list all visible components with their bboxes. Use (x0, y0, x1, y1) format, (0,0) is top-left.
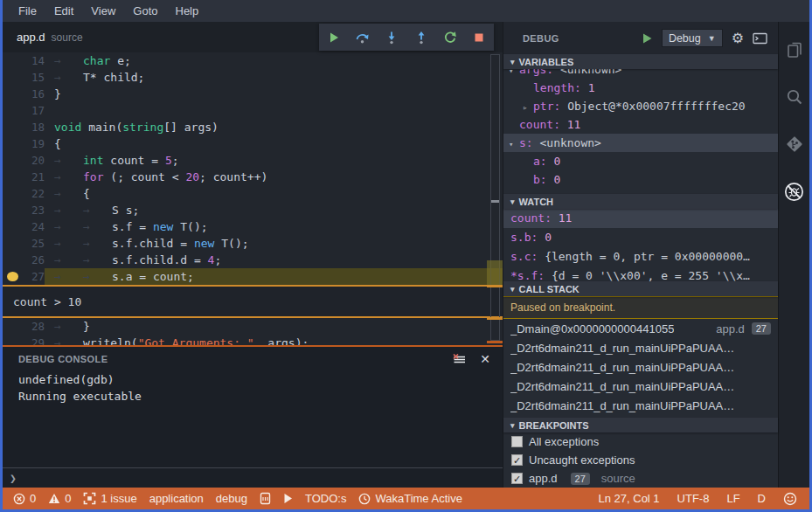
start-debug-icon[interactable] (642, 32, 653, 45)
status-item[interactable] (783, 492, 797, 506)
code-line-26[interactable]: 26→→s.f.child.d = 4; (3, 252, 503, 268)
code-line-22[interactable]: 22→{ (3, 185, 503, 202)
code-line-29[interactable]: 29→writeln("Got Arguments: ", args); (3, 335, 503, 345)
step-over-button[interactable] (353, 28, 372, 47)
menu-item-view[interactable]: View (82, 2, 124, 20)
activity-bar-source-control[interactable] (782, 132, 807, 156)
status-item-application[interactable]: application (149, 492, 204, 505)
breakpoint-gutter[interactable] (3, 86, 22, 102)
close-icon[interactable]: ✕ (480, 352, 490, 366)
breakpoint-gutter[interactable] (3, 102, 22, 119)
breakpoint-gutter[interactable] (3, 135, 22, 152)
call-stack-frame[interactable]: _D2rt6dmain211_d_run_mainUiPPaPUAA… (503, 396, 778, 415)
breakpoint-gutter[interactable] (3, 119, 22, 135)
checkbox[interactable] (511, 436, 523, 447)
clear-console-icon[interactable] (453, 354, 466, 365)
activity-bar-explorer[interactable] (782, 38, 807, 62)
breakpoint-row[interactable]: All exceptions (503, 432, 778, 451)
status-item-wakatime-active[interactable]: WakaTime Active (358, 492, 462, 505)
restart-button[interactable] (441, 28, 460, 47)
activity-bar-search[interactable] (782, 85, 807, 109)
status-item-utf-8[interactable]: UTF-8 (677, 492, 710, 505)
status-item[interactable] (260, 492, 271, 505)
watch-row[interactable]: count: 11 (503, 209, 778, 228)
variable-row[interactable]: length: 1 (503, 79, 778, 97)
breakpoint-gutter[interactable] (3, 318, 22, 335)
status-item-todo-s[interactable]: TODO:s (305, 492, 346, 505)
overview-ruler[interactable] (487, 52, 503, 345)
variable-row[interactable]: count: 11 (503, 115, 778, 134)
tab-app-d[interactable]: app.d source (3, 22, 97, 52)
variable-row[interactable]: ▹ptr: Object@*0x00007fffffffec20 (503, 97, 778, 115)
variable-row[interactable]: b: 0 (503, 170, 778, 189)
status-item-lf[interactable]: LF (726, 492, 739, 505)
activity-bar-debug[interactable] (782, 179, 807, 204)
code-text: →} (45, 318, 503, 335)
breakpoint-condition-widget[interactable]: count > 10 (3, 285, 503, 318)
code-line-20[interactable]: 20→int count = 5; (3, 152, 503, 169)
call-stack-frame[interactable]: _D2rt6dmain211_d_run_mainUiPPaPUAA… (503, 357, 778, 377)
status-item-d[interactable]: D (758, 492, 766, 505)
code-line-18[interactable]: 18void main(string[] args) (3, 119, 503, 135)
code-line-24[interactable]: 24→→s.f = new T(); (3, 218, 503, 235)
breakpoint-gutter[interactable] (3, 152, 22, 169)
status-item-0[interactable]: 0 (48, 492, 71, 505)
breakpoint-gutter[interactable] (3, 218, 22, 235)
code-line-17[interactable]: 17 (3, 102, 503, 119)
breakpoint-row[interactable]: ✓Uncaught exceptions (503, 451, 778, 469)
breakpoint-gutter[interactable] (3, 335, 22, 345)
code-line-21[interactable]: 21→for (; count < 20; count++) (3, 169, 503, 185)
menu-item-help[interactable]: Help (167, 2, 208, 20)
code-line-28[interactable]: 28→} (3, 318, 503, 335)
watch-row[interactable]: s.c: {length = 0, ptr = 0x00000000… (503, 247, 778, 266)
checkbox[interactable]: ✓ (511, 454, 523, 466)
call-stack-frame[interactable]: _Dmain@0x0000000000441055app.d27 (503, 319, 778, 338)
code-line-25[interactable]: 25→→s.f.child = new T(); (3, 235, 503, 252)
breakpoint-gutter[interactable] (3, 252, 22, 268)
variables-section-header[interactable]: ▾ VARIABLES (503, 54, 778, 69)
call-stack-frame[interactable]: _D2rt6dmain211_d_run_mainUiPPaPUAA… (503, 338, 778, 357)
code-line-16[interactable]: 16} (3, 86, 503, 102)
breakpoint-gutter[interactable] (3, 235, 22, 252)
breakpoint-gutter[interactable] (3, 69, 22, 86)
menu-item-edit[interactable]: Edit (45, 2, 82, 20)
menu-item-goto[interactable]: Goto (124, 2, 166, 20)
status-item-0[interactable]: 0 (13, 492, 36, 505)
debug-console-toggle-icon[interactable] (753, 32, 767, 45)
breakpoints-section-header[interactable]: ▾ BREAKPOINTS (503, 418, 778, 432)
call-stack-frame[interactable]: _D2rt6dmain211_d_run_mainUiPPaPUAA… (503, 377, 778, 396)
step-out-button[interactable] (412, 28, 431, 47)
breakpoint-row[interactable]: ✓app.d27source (503, 469, 778, 488)
code-editor[interactable]: 14→char e;15→T* child;16}1718void main(s… (3, 52, 503, 345)
call-stack-section-header[interactable]: ▾ CALL STACK (503, 281, 778, 296)
breakpoint-dot[interactable] (3, 268, 22, 285)
breakpoint-gutter[interactable] (3, 169, 22, 185)
step-into-button[interactable] (382, 28, 401, 47)
code-line-19[interactable]: 19{ (3, 135, 503, 152)
checkbox[interactable]: ✓ (511, 473, 523, 484)
menu-item-file[interactable]: File (10, 2, 45, 20)
gear-icon[interactable]: ⚙ (732, 30, 744, 46)
breakpoint-gutter[interactable] (3, 202, 22, 218)
debug-console-input[interactable]: ❯ (3, 467, 503, 488)
variable-row[interactable]: a: 0 (503, 152, 778, 170)
code-line-27[interactable]: 27→→s.a = count; (3, 268, 503, 285)
breakpoint-gutter[interactable] (3, 185, 22, 202)
watch-section-header[interactable]: ▾ WATCH (503, 194, 778, 209)
code-line-14[interactable]: 14→char e; (3, 52, 503, 69)
status-item-1-issue[interactable]: 1 issue (83, 492, 136, 505)
status-item-debug[interactable]: debug (216, 492, 247, 505)
status-item-ln-27-col-1[interactable]: Ln 27, Col 1 (598, 492, 659, 505)
breakpoint-gutter[interactable] (3, 52, 22, 69)
variable-row[interactable]: ▾s: <unknown> (503, 134, 778, 152)
debug-configuration-select[interactable]: Debug ▼ (662, 29, 723, 47)
variable-row[interactable]: ▾args: <unknown> (503, 69, 778, 79)
status-item[interactable] (283, 493, 293, 504)
stop-button[interactable] (469, 28, 489, 47)
code-line-15[interactable]: 15→T* child; (3, 69, 503, 86)
continue-button[interactable] (324, 28, 344, 47)
watch-row[interactable]: *s.f: {d = 0 '\\x00', e = 255 '\\x… (503, 266, 778, 281)
watch-row[interactable]: s.b: 0 (503, 228, 778, 247)
code-line-23[interactable]: 23→→S s; (3, 202, 503, 218)
scrollbar-track[interactable] (490, 54, 500, 341)
